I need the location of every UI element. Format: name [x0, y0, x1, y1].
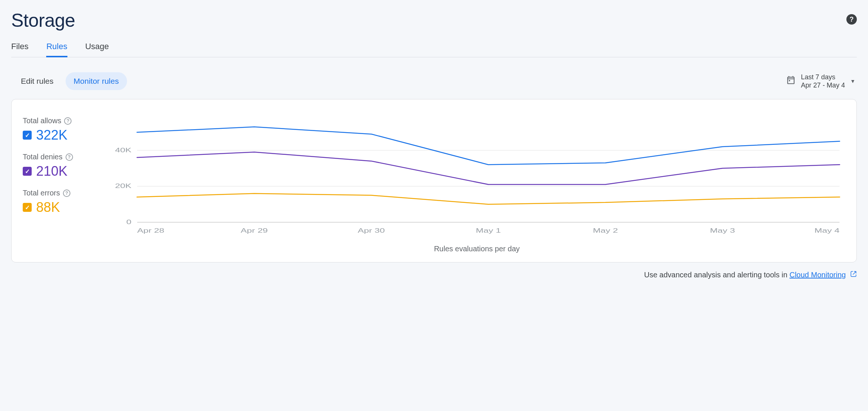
page-title: Storage: [11, 10, 75, 31]
legend-denies-label: Total denies: [23, 153, 63, 161]
chart-legend: Total allows ? ✓ 322K Total denies ? ✓ 2…: [23, 111, 101, 253]
main-tabs: Files Rules Usage: [11, 42, 857, 57]
subtab-edit-rules[interactable]: Edit rules: [13, 72, 62, 90]
svg-text:40K: 40K: [115, 147, 132, 153]
svg-text:May 1: May 1: [476, 227, 501, 234]
legend-errors: Total errors ? ✓ 88K: [23, 189, 101, 215]
help-icon[interactable]: ?: [846, 14, 857, 25]
chart-xlabel: Rules evaluations per day: [108, 245, 845, 253]
legend-allows: Total allows ? ✓ 322K: [23, 117, 101, 143]
chart-card: Total allows ? ✓ 322K Total denies ? ✓ 2…: [11, 99, 857, 262]
legend-allows-checkbox[interactable]: ✓: [23, 131, 32, 140]
date-range-dates: Apr 27 - May 4: [801, 81, 845, 90]
tab-usage[interactable]: Usage: [85, 42, 109, 57]
line-chart: 020K40KApr 28Apr 29Apr 30May 1May 2May 3…: [108, 111, 845, 237]
date-range-picker[interactable]: Last 7 days Apr 27 - May 4 ▼: [786, 73, 855, 90]
svg-text:20K: 20K: [115, 183, 132, 189]
svg-text:0: 0: [126, 219, 132, 225]
legend-allows-label: Total allows: [23, 117, 61, 125]
svg-text:Apr 29: Apr 29: [241, 227, 268, 234]
footer-note: Use advanced analysis and alerting tools…: [11, 271, 857, 279]
legend-denies: Total denies ? ✓ 210K: [23, 153, 101, 179]
legend-errors-checkbox[interactable]: ✓: [23, 203, 32, 212]
rules-subtabs: Edit rules Monitor rules: [13, 72, 127, 90]
help-icon[interactable]: ?: [66, 153, 73, 161]
svg-text:Apr 28: Apr 28: [137, 227, 164, 234]
legend-errors-value: 88K: [36, 200, 60, 215]
date-range-label: Last 7 days: [801, 73, 845, 82]
footer-prefix: Use advanced analysis and alerting tools…: [644, 271, 789, 279]
cloud-monitoring-link[interactable]: Cloud Monitoring: [789, 271, 846, 279]
help-icon[interactable]: ?: [64, 117, 72, 125]
tab-rules[interactable]: Rules: [46, 42, 67, 57]
legend-errors-label: Total errors: [23, 189, 60, 197]
tab-files[interactable]: Files: [11, 42, 28, 57]
legend-allows-value: 322K: [36, 127, 67, 143]
svg-text:May 4: May 4: [814, 227, 839, 234]
subtab-monitor-rules[interactable]: Monitor rules: [66, 72, 127, 90]
svg-text:May 3: May 3: [710, 227, 735, 234]
svg-text:May 2: May 2: [593, 227, 618, 234]
calendar-icon: [786, 75, 796, 87]
svg-text:Apr 30: Apr 30: [358, 227, 385, 234]
chevron-down-icon: ▼: [850, 78, 855, 84]
help-icon[interactable]: ?: [63, 189, 70, 197]
external-link-icon: [850, 271, 857, 279]
legend-denies-value: 210K: [36, 163, 67, 179]
legend-denies-checkbox[interactable]: ✓: [23, 167, 32, 176]
